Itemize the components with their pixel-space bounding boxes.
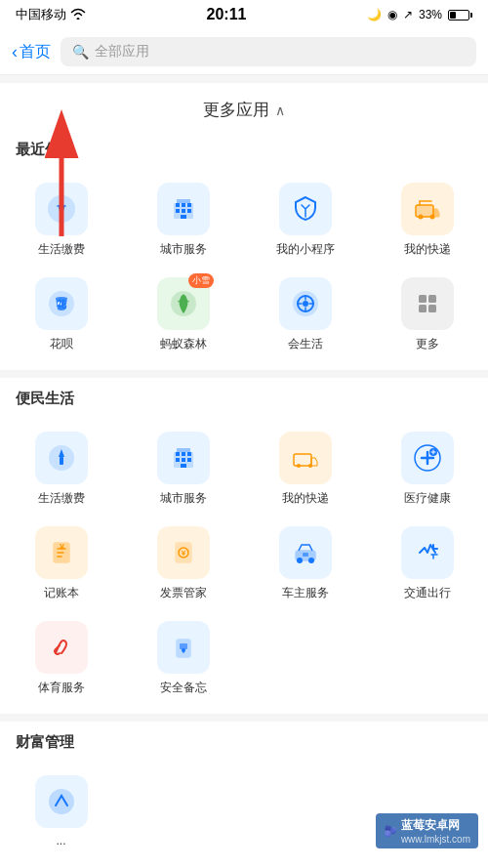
chezhu-icon — [279, 526, 332, 579]
arrow-indicator — [37, 153, 86, 245]
app-label: 我的小程序 — [276, 241, 335, 258]
battery-icon — [448, 10, 472, 21]
svg-rect-11 — [182, 209, 185, 213]
app-label: 安全备忘 — [160, 680, 207, 696]
app-item-chengshi[interactable]: 城市服务 — [122, 173, 244, 268]
shenghuo2-icon — [35, 432, 88, 484]
svg-rect-32 — [60, 457, 63, 465]
app-item-xiaochengxu[interactable]: 我的小程序 — [244, 173, 366, 268]
app-label: 车主服务 — [282, 585, 329, 601]
back-label: 首页 — [20, 42, 51, 62]
svg-text:¥: ¥ — [181, 549, 185, 558]
app-label: 生活缴费 — [38, 490, 85, 507]
chevron-left-icon: ‹ — [12, 42, 18, 62]
status-bar: 中国移动 20:11 🌙 ◉ ↗ 33% — [0, 0, 488, 29]
svg-rect-36 — [182, 452, 185, 456]
app-label: 发票管家 — [160, 585, 207, 601]
svg-rect-10 — [176, 209, 180, 213]
status-right: 🌙 ◉ ↗ 33% — [367, 8, 472, 21]
battery-label: 33% — [419, 8, 442, 21]
svg-rect-40 — [187, 458, 191, 462]
app-item-shenghuo[interactable]: 生活缴费 — [0, 173, 122, 268]
kuaidi-icon — [401, 183, 454, 235]
svg-rect-59 — [183, 650, 183, 653]
svg-point-53 — [297, 558, 303, 563]
convenient-section-title: 便民生活 — [0, 378, 488, 414]
app-item-huabei[interactable]: 花 花呗 — [0, 268, 122, 362]
divider2 — [0, 714, 488, 722]
svg-text:花: 花 — [56, 299, 67, 310]
svg-point-25 — [303, 301, 308, 307]
app-item-jizhangben[interactable]: ¥ 记账本 — [0, 517, 122, 611]
svg-rect-39 — [182, 458, 185, 462]
svg-rect-7 — [176, 203, 180, 207]
wifi-icon — [70, 8, 86, 22]
app-label: 蚂蚁森林 — [160, 336, 207, 352]
svg-rect-9 — [187, 203, 191, 207]
app-label: 更多 — [416, 336, 439, 352]
jiaotong-icon — [401, 526, 454, 579]
svg-point-54 — [308, 558, 314, 563]
app-label: ... — [56, 834, 65, 847]
svg-point-17 — [429, 215, 434, 220]
app-item-chengshi2[interactable]: 城市服务 — [122, 422, 244, 517]
svg-rect-13 — [181, 215, 186, 219]
app-item-anquan[interactable]: 安全备忘 — [122, 611, 244, 706]
wealth-section-title: 财富管理 — [0, 722, 488, 758]
app-label: 会生活 — [288, 336, 323, 352]
app-item-chezhu[interactable]: 车主服务 — [244, 517, 366, 611]
app-item-jiaotong[interactable]: 交通出行 — [366, 517, 488, 611]
search-bar[interactable]: 🔍 全部应用 — [61, 37, 476, 66]
recent-app-grid: 生活缴费 — [0, 165, 488, 370]
app-item-huishengghuo[interactable]: 会生活 — [244, 268, 366, 362]
svg-rect-27 — [428, 295, 436, 303]
anquan-icon — [157, 621, 210, 674]
app-label: 体育服务 — [38, 680, 85, 696]
xiaochengxu-icon — [279, 183, 332, 235]
chengshi-icon — [157, 183, 210, 235]
app-label: 城市服务 — [160, 241, 207, 258]
svg-text:¥: ¥ — [60, 542, 64, 552]
app-label: 我的快递 — [282, 490, 329, 507]
watermark-url: www.lmkjst.com — [401, 834, 470, 845]
svg-rect-34 — [177, 448, 190, 452]
app-item-senlin[interactable]: 小雪 蚂蚁森林 — [122, 268, 244, 362]
app-item-kuaidi2[interactable]: 我的快递 — [244, 422, 366, 517]
wealth1-icon — [35, 775, 88, 828]
watermark-icon: 🫐 — [384, 825, 397, 838]
app-item-wealth1[interactable]: ... — [0, 765, 122, 857]
fapiao-icon: ¥ — [157, 526, 210, 579]
nav-bar: ‹ 首页 🔍 全部应用 — [0, 29, 488, 75]
section-header: 更多应用 ∧ — [0, 83, 488, 129]
app-item-tiyu[interactable]: 体育服务 — [0, 611, 122, 706]
svg-point-44 — [308, 464, 312, 468]
app-item-fapiao[interactable]: ¥ 发票管家 — [122, 517, 244, 611]
status-left: 中国移动 — [16, 6, 86, 23]
svg-rect-41 — [181, 464, 186, 468]
chevron-up-icon[interactable]: ∧ — [275, 103, 285, 118]
svg-point-60 — [49, 789, 74, 814]
svg-rect-35 — [176, 452, 180, 456]
svg-point-22 — [181, 295, 186, 301]
app-item-shenghuo2[interactable]: 生活缴费 — [0, 422, 122, 517]
app-item-kuaidi[interactable]: 我的快递 — [366, 173, 488, 268]
divider — [0, 370, 488, 378]
app-label: 记账本 — [44, 585, 79, 601]
watermark: 🫐 蓝莓安卓网 www.lmkjst.com — [376, 813, 478, 848]
app-item-yiliao[interactable]: 医疗健康 — [366, 422, 488, 517]
kuaidi2-icon — [279, 432, 332, 484]
back-button[interactable]: ‹ 首页 — [12, 42, 51, 62]
app-label: 医疗健康 — [404, 490, 451, 507]
app-item-more[interactable]: 更多 — [366, 268, 488, 362]
svg-rect-12 — [187, 209, 191, 213]
arrow-icon: ↗ — [403, 8, 413, 21]
chengshi2-icon — [157, 432, 210, 484]
svg-point-43 — [297, 464, 301, 468]
search-icon: 🔍 — [72, 44, 89, 60]
app-label: 我的快递 — [404, 241, 451, 258]
search-placeholder: 全部应用 — [95, 43, 149, 61]
app-label: 花呗 — [50, 336, 73, 352]
svg-rect-55 — [303, 553, 308, 557]
yiliao-icon — [401, 432, 454, 484]
convenient-app-grid: 生活缴费 城市服务 — [0, 414, 488, 714]
